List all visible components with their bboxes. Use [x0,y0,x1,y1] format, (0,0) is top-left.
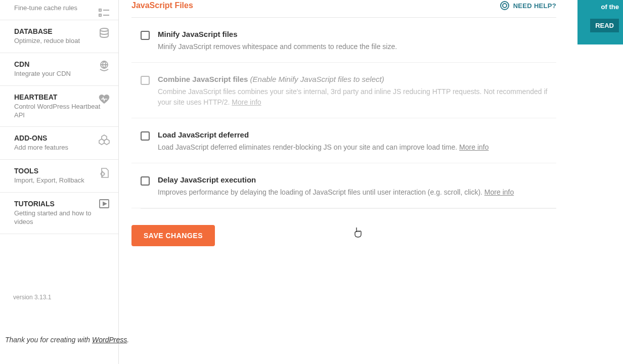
sidebar-item-sub: Optimize, reduce bloat [14,37,108,46]
more-info-link[interactable]: More info [232,98,261,106]
checkbox-delay-js[interactable] [141,176,150,186]
sidebar-item-sub: Fine-tune cache rules [14,4,108,13]
sidebar-item-cache[interactable]: Fine-tune cache rules [0,0,118,20]
sidebar-item-tutorials[interactable]: TUTORIALS Getting started and how to vid… [0,193,118,234]
checkbox-defer-js[interactable] [141,131,150,141]
option-combine-js: Combine JavaScript files (Enable Minify … [131,63,556,118]
option-desc: Combine JavaScript files combines your s… [158,86,556,108]
rules-icon [98,7,110,19]
sidebar-item-title: TUTORIALS [14,200,108,208]
sidebar-item-heartbeat[interactable]: HEARTBEAT Control WordPress Heartbeat AP… [0,86,118,127]
sidebar-item-database[interactable]: DATABASE Optimize, reduce bloat [0,20,118,53]
sidebar-item-sub: Import, Export, Rollback [14,176,108,185]
version-text: version 3.13.1 [13,294,51,301]
need-help-label: NEED HELP? [513,2,556,10]
need-help-link[interactable]: NEED HELP? [500,1,556,10]
checkbox-minify-js[interactable] [141,31,150,40]
option-minify-js: Minify JavaScript files Minify JavaScrip… [131,18,556,63]
help-icon [500,1,509,10]
promo-read-button[interactable]: READ [590,19,619,32]
sidebar-item-sub: Getting started and how to videos [14,209,108,226]
sidebar-item-title: DATABASE [14,27,108,35]
option-title: Combine JavaScript files (Enable Minify … [158,75,556,83]
option-title: Delay JavaScript execution [158,175,556,184]
sidebar-item-sub: Integrate your CDN [14,70,108,78]
promo-banner: of the READ [577,0,623,44]
option-desc: Load JavaScript deferred eliminates rend… [158,142,556,153]
svg-rect-2 [99,14,101,16]
gear-file-icon [98,167,110,179]
more-info-link[interactable]: More info [484,188,514,196]
sidebar-item-title: HEARTBEAT [14,93,108,101]
svg-point-4 [100,28,108,31]
option-title: Minify JavaScript files [158,30,556,38]
option-desc: Minify JavaScript removes whitespace and… [158,41,556,52]
promo-text: of the [582,3,619,11]
database-icon [98,27,110,39]
boxes-icon [98,134,110,146]
section-title: JavaScript Files [131,1,193,10]
section-header: JavaScript Files NEED HELP? [131,0,556,18]
option-desc: Improves performance by delaying the loa… [158,187,556,198]
sidebar-item-cdn[interactable]: CDN Integrate your CDN [0,53,118,86]
play-icon [98,198,110,210]
sidebar: Fine-tune cache rules DATABASE Optimize,… [0,0,119,364]
sidebar-item-title: CDN [14,60,108,68]
more-info-link[interactable]: More info [459,143,488,151]
footer-text: Thank you for creating with WordPress. [5,336,129,344]
sidebar-item-title: TOOLS [14,167,108,175]
option-delay-js: Delay JavaScript execution Improves perf… [131,163,556,208]
option-defer-js: Load JavaScript deferred Load JavaScript… [131,118,556,163]
heartbeat-icon [98,93,110,105]
sidebar-item-sub: Control WordPress Heartbeat API [14,103,108,120]
globe-icon [98,60,110,72]
save-changes-button[interactable]: SAVE CHANGES [131,225,215,246]
main-panel: JavaScript Files NEED HELP? Minify JavaS… [131,0,556,246]
wordpress-link[interactable]: WordPress [92,336,127,344]
option-hint: (Enable Minify JavaScript files to selec… [250,75,384,83]
sidebar-item-title: ADD-ONS [14,134,108,142]
sidebar-item-sub: Add more features [14,144,108,152]
sidebar-item-tools[interactable]: TOOLS Import, Export, Rollback [0,160,118,193]
option-title: Load JavaScript deferred [158,130,556,139]
checkbox-combine-js [141,76,150,85]
svg-rect-0 [99,9,101,11]
sidebar-item-addons[interactable]: ADD-ONS Add more features [0,127,118,160]
